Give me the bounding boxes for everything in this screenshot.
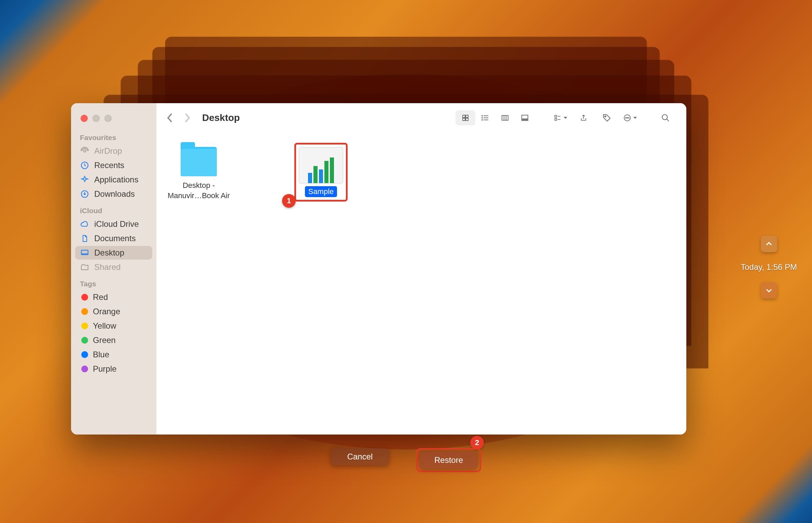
section-header-icloud: iCloud [71,201,156,217]
tag-red[interactable]: Red [75,290,152,304]
sidebar-item-label: Applications [94,175,138,184]
group-by-button[interactable] [550,110,570,125]
sidebar-item-label: Desktop [94,248,124,258]
sidebar-item-recents[interactable]: Recents [75,159,152,172]
selected-file-label: Sample [305,186,337,197]
svg-point-12 [482,118,482,118]
view-mode-group [456,110,535,125]
window-title: Desktop [202,112,240,123]
airdrop-icon [80,146,89,156]
view-icons-button[interactable] [456,110,475,125]
applications-icon [80,175,89,184]
sidebar-item-applications[interactable]: Applications [75,173,152,187]
svg-rect-19 [524,120,526,121]
blue-tag-icon [81,351,88,358]
svg-rect-6 [463,118,465,121]
tag-orange[interactable]: Orange [75,305,152,318]
toolbar: Desktop [156,103,686,133]
sidebar-item-desktop[interactable]: Desktop [75,246,152,260]
more-actions-button[interactable] [620,110,640,125]
file-item-selected[interactable]: Sample [299,147,343,197]
tag-label: Yellow [93,321,116,331]
sidebar-item-shared[interactable]: Shared [75,260,152,274]
svg-rect-7 [466,118,468,121]
timeline-up-button[interactable] [761,236,777,252]
yellow-tag-icon [81,322,88,329]
folder-label: Desktop - Manuvir…Book Air [165,180,233,201]
svg-rect-5 [466,115,468,118]
section-header-favourites: Favourites [71,128,156,144]
file-thumbnail [299,147,343,183]
time-machine-nav: Today, 1:56 PM [741,236,797,299]
action-buttons: Cancel 2 Restore [331,448,481,472]
green-tag-icon [81,337,88,344]
tag-blue[interactable]: Blue [75,348,152,361]
back-button[interactable] [163,110,177,126]
sidebar-item-label: AirDrop [94,146,122,156]
fullscreen-button[interactable] [104,115,112,122]
sidebar: Favourites AirDrop Recents Applications … [71,103,156,435]
tag-label: Green [93,335,116,345]
tag-green[interactable]: Green [75,333,152,347]
svg-rect-17 [522,115,528,119]
folder-item[interactable]: Desktop - Manuvir…Book Air [165,143,233,201]
svg-point-25 [605,116,606,117]
shared-folder-icon [80,262,89,272]
tag-label: Purple [93,364,116,374]
tags-button[interactable] [597,110,617,125]
red-tag-icon [81,294,88,301]
restore-button[interactable]: Restore [420,452,478,469]
purple-tag-icon [81,366,88,372]
svg-rect-18 [522,120,523,121]
svg-point-27 [626,118,626,118]
file-grid[interactable]: Desktop - Manuvir…Book Air Sample 1 [156,133,686,435]
sidebar-item-label: Documents [94,234,136,243]
svg-point-0 [84,150,86,152]
search-button[interactable] [656,110,675,125]
svg-rect-20 [527,120,528,121]
tag-label: Red [93,292,108,302]
view-gallery-button[interactable] [515,110,535,125]
cloud-icon [80,219,89,229]
document-icon [80,234,89,243]
close-button[interactable] [81,115,88,122]
sidebar-item-label: Downloads [94,189,135,199]
timeline-down-button[interactable] [761,282,777,299]
main-area: Desktop [156,103,686,435]
svg-rect-14 [502,115,508,120]
svg-point-11 [482,115,482,116]
cancel-button[interactable]: Cancel [331,448,389,465]
timeline-current-label: Today, 1:56 PM [741,262,797,272]
selected-file-highlight: Sample [294,143,348,202]
forward-button[interactable] [180,110,194,126]
window-controls [71,109,156,128]
sidebar-item-label: Shared [94,262,121,272]
clock-icon [80,161,89,170]
tag-label: Blue [93,350,109,359]
sidebar-item-label: Recents [94,161,124,170]
svg-point-13 [482,120,482,120]
svg-rect-21 [555,115,557,118]
sidebar-item-icloud-drive[interactable]: iCloud Drive [75,217,152,231]
svg-point-30 [662,114,667,120]
tag-yellow[interactable]: Yellow [75,319,152,333]
annotation-step-2: 2 [470,436,484,450]
download-icon [80,189,89,199]
svg-point-29 [628,118,629,118]
svg-rect-4 [463,115,465,118]
finder-window: Favourites AirDrop Recents Applications … [71,103,686,435]
tag-purple[interactable]: Purple [75,362,152,376]
sidebar-item-downloads[interactable]: Downloads [75,187,152,201]
annotation-step-1: 1 [282,194,296,208]
section-header-tags: Tags [71,274,156,290]
sidebar-item-airdrop[interactable]: AirDrop [75,144,152,158]
view-list-button[interactable] [475,110,495,125]
minimize-button[interactable] [93,115,100,122]
share-button[interactable] [574,110,593,125]
restore-button-highlight: Restore [416,448,481,472]
sidebar-item-label: iCloud Drive [94,219,139,229]
sidebar-item-documents[interactable]: Documents [75,232,152,245]
svg-rect-22 [555,119,557,121]
view-columns-button[interactable] [495,110,515,125]
folder-icon [181,147,217,176]
